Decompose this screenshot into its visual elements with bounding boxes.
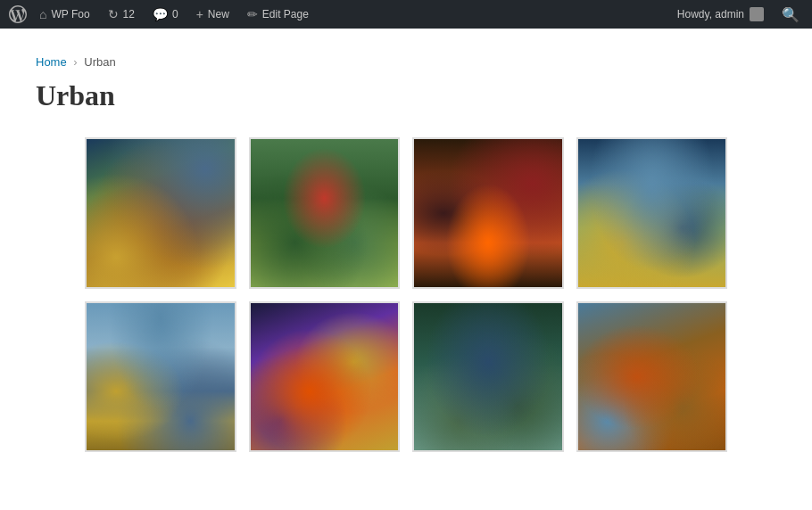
adminbar-howdy[interactable]: Howdy, admin: [670, 7, 771, 21]
gallery-item[interactable]: [576, 137, 728, 289]
wp-logo-button[interactable]: [5, 0, 30, 29]
updates-icon: ↻: [108, 7, 119, 21]
breadcrumb-separator: ›: [73, 55, 77, 69]
search-icon: 🔍: [782, 6, 800, 23]
breadcrumb-current: Urban: [84, 55, 115, 69]
adminbar-site-name[interactable]: ⌂ WP Foo: [30, 0, 99, 29]
adminbar-right: Howdy, admin 🔍: [670, 0, 807, 29]
gallery-item[interactable]: [249, 301, 401, 453]
adminbar-edit-page[interactable]: ✏ Edit Page: [238, 0, 318, 29]
gallery-item[interactable]: [412, 137, 564, 289]
breadcrumb: Home › Urban: [36, 55, 776, 69]
admin-bar: ⌂ WP Foo ↻ 12 💬 0 + New ✏ Edit Page Howd…: [0, 0, 812, 29]
adminbar-search-button[interactable]: 🔍: [775, 0, 807, 29]
gallery-item[interactable]: [249, 137, 401, 289]
breadcrumb-home-link[interactable]: Home: [36, 55, 67, 69]
main-content: Home › Urban Urban: [0, 29, 812, 510]
adminbar-comments[interactable]: 💬 0: [144, 0, 187, 29]
gallery-grid: [85, 137, 727, 452]
gallery-item[interactable]: [412, 301, 564, 453]
edit-icon: ✏: [247, 7, 258, 21]
plus-icon: +: [196, 7, 203, 21]
home-icon: ⌂: [39, 7, 46, 21]
gallery-item[interactable]: [85, 137, 236, 289]
gallery-item[interactable]: [85, 301, 236, 453]
page-title: Urban: [36, 79, 776, 112]
adminbar-new[interactable]: + New: [187, 0, 238, 29]
comments-icon: 💬: [153, 7, 168, 21]
gallery-item[interactable]: [576, 301, 728, 453]
adminbar-left: ⌂ WP Foo ↻ 12 💬 0 + New ✏ Edit Page: [5, 0, 670, 29]
avatar: [750, 7, 764, 21]
adminbar-updates[interactable]: ↻ 12: [99, 0, 144, 29]
